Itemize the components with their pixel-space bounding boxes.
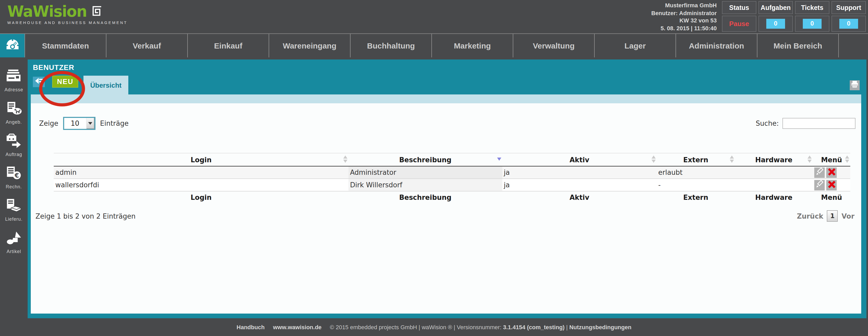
edit-row-button[interactable] <box>814 180 825 190</box>
pagination-page-1-button[interactable]: 1 <box>827 210 838 222</box>
sidebar-item-lieferung[interactable]: Lieferu. <box>5 198 23 222</box>
sort-both-icon <box>845 155 850 163</box>
table-header-row: Login Beschreibung Aktiv Extern Hardware… <box>54 153 850 166</box>
main-area: Adresse Angeb. <box>0 57 868 318</box>
aufgaben-count-button[interactable]: 0 <box>758 16 793 32</box>
table-row-wallersdorfdi[interactable]: wallersdorfdi Dirk Willersdorf ja - <box>54 179 850 191</box>
status-pause-button[interactable]: Pause <box>722 16 756 32</box>
col-header-aktiv[interactable]: Aktiv <box>502 153 656 166</box>
footer-version: 3.1.4154 (com_testing) <box>503 324 565 330</box>
sort-both-icon <box>652 155 656 163</box>
col-header-beschreibung[interactable]: Beschreibung <box>348 153 502 166</box>
app-logo[interactable]: WaWision WAREHOUSE AND BUSINESS MANAGEME… <box>7 4 128 33</box>
cell-menue <box>813 179 850 191</box>
support-count-button[interactable]: 0 <box>832 16 866 32</box>
svg-text:€: € <box>14 172 19 179</box>
nav-item-einkauf[interactable]: Einkauf <box>187 34 269 57</box>
nav-item-verkauf[interactable]: Verkauf <box>106 34 187 57</box>
nav-home-button[interactable] <box>0 34 25 57</box>
footer-copyright-text: © 2015 embedded projects GmbH | waWision… <box>330 324 501 330</box>
nav-item-wareneingang[interactable]: Wareneingang <box>269 34 350 57</box>
sidebar-item-label: Auftrag <box>5 152 22 157</box>
support-column-header[interactable]: Support <box>832 1 866 14</box>
col-header-login[interactable]: Login <box>54 153 348 166</box>
nav-item-mein-bereich[interactable]: Mein Bereich <box>757 34 839 57</box>
nav-item-lager[interactable]: Lager <box>594 34 676 57</box>
delete-x-icon <box>827 180 836 190</box>
cell-extern: - <box>657 179 735 191</box>
edit-row-button[interactable] <box>814 167 825 178</box>
search-label: Suche: <box>755 120 779 127</box>
address-card-icon <box>6 68 22 86</box>
delete-row-button[interactable] <box>826 167 837 178</box>
cell-hardware <box>735 179 813 191</box>
sidebar: Adresse Angeb. <box>0 59 28 318</box>
datetime: 5. 08. 2015 | 11:50:40 <box>651 24 717 32</box>
sidebar-item-adresse[interactable]: Adresse <box>4 68 23 92</box>
sort-both-icon <box>730 155 734 163</box>
table-row-admin[interactable]: admin Administrator ja erlaubt <box>54 166 850 179</box>
sort-both-icon <box>807 155 812 163</box>
col-header-extern[interactable]: Extern <box>657 153 735 166</box>
sidebar-item-angebot[interactable]: Angeb. <box>6 101 22 125</box>
pagination-prev-button[interactable]: Zurück <box>797 212 823 220</box>
sidebar-item-label: Artikel <box>6 249 21 254</box>
nav-item-stammdaten[interactable]: Stammdaten <box>25 34 106 57</box>
search-input[interactable] <box>782 118 856 129</box>
brand-name: WaWision <box>7 4 87 19</box>
footer-col-menue: Menü <box>813 191 850 204</box>
nav-item-administration[interactable]: Administration <box>676 34 757 57</box>
delete-x-icon <box>827 167 836 178</box>
user-line: Benutzer: Administrator <box>651 9 717 17</box>
footer-link-terms[interactable]: Nutzungsbedingungen <box>569 324 631 330</box>
tab-uebersicht[interactable]: Übersicht <box>84 75 128 94</box>
page-size-value: 10 <box>64 118 86 129</box>
page-title: BENUTZER <box>33 63 866 71</box>
status-column-header[interactable]: Status <box>722 1 756 14</box>
gauge-icon <box>4 38 20 54</box>
brand-tagline: WAREHOUSE AND BUSINESS MANAGEMENT <box>7 20 128 25</box>
tickets-column-header[interactable]: Tickets <box>795 1 829 14</box>
chevron-down-icon <box>86 118 94 129</box>
cell-aktiv: ja <box>502 166 656 179</box>
col-header-hardware[interactable]: Hardware <box>735 153 813 166</box>
invoice-euro-icon: € <box>6 165 22 183</box>
sidebar-item-artikel[interactable]: Artikel <box>6 230 22 254</box>
article-shapes-icon <box>6 230 22 248</box>
footer-link-handbuch[interactable]: Handbuch <box>237 324 265 330</box>
nav-item-verwaltung[interactable]: Verwaltung <box>513 34 594 57</box>
back-button[interactable] <box>33 77 45 87</box>
print-button[interactable] <box>850 80 860 90</box>
aufgaben-count-badge: 0 <box>766 19 785 29</box>
sidebar-item-label: Adresse <box>4 87 23 92</box>
pagination-next-button[interactable]: Vor <box>842 212 855 220</box>
order-arrow-icon <box>6 133 22 151</box>
page-footer: Handbuch www.wawision.de © 2015 embedded… <box>0 318 868 336</box>
cell-login: wallersdorfdi <box>54 179 348 191</box>
tickets-count-button[interactable]: 0 <box>795 16 829 32</box>
sort-desc-icon <box>497 155 501 163</box>
header-spacer <box>128 0 651 33</box>
cell-beschreibung: Dirk Willersdorf <box>348 179 502 191</box>
footer-copyright: © 2015 embedded projects GmbH | waWision… <box>330 324 631 330</box>
edit-pencil-icon <box>815 180 824 190</box>
aufgaben-column-header[interactable]: Aufgaben <box>758 1 793 14</box>
footer-link-website[interactable]: www.wawision.de <box>273 324 321 330</box>
company-name: Musterfirma GmbH <box>651 2 717 9</box>
page-size-select[interactable]: 10 <box>63 117 95 130</box>
wawision-app: WaWision WAREHOUSE AND BUSINESS MANAGEME… <box>0 0 868 336</box>
content-frame: BENUTZER NEU Übersicht <box>28 59 866 318</box>
new-button[interactable]: NEU <box>52 75 78 88</box>
table-meta-row: Zeige 1 bis 2 von 2 Einträgen Zurück 1 V… <box>35 210 855 222</box>
sidebar-item-rechnung[interactable]: € Rechn. <box>6 165 22 189</box>
footer-separator: | <box>566 324 568 330</box>
col-header-menue[interactable]: Menü <box>813 153 850 166</box>
back-icon <box>34 77 43 87</box>
tickets-count-badge: 0 <box>803 19 822 29</box>
delete-row-button[interactable] <box>826 180 837 190</box>
nav-item-marketing[interactable]: Marketing <box>431 34 513 57</box>
footer-col-extern: Extern <box>657 191 735 204</box>
sidebar-item-auftrag[interactable]: Auftrag <box>5 133 22 157</box>
content-panel: Zeige 10 Einträge Suche: <box>31 103 861 313</box>
nav-item-buchhaltung[interactable]: Buchhaltung <box>350 34 431 57</box>
